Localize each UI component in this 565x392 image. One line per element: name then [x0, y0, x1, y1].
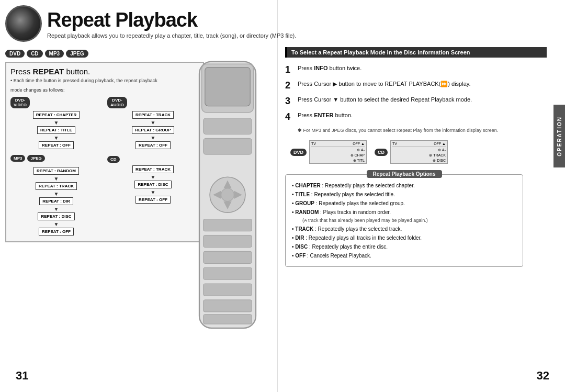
flow-arrow-6: ▼: [54, 192, 59, 197]
svg-rect-16: [204, 300, 252, 312]
option-random: • RANDOM : Plays tracks in random order.: [292, 209, 516, 216]
step-1-bold: INFO: [314, 65, 327, 71]
option-track: • TRACK : Repeatedly plays the selected …: [292, 226, 516, 232]
flow-dvd-audio: DVD-AUDIO REPEAT : TRACK ▼ REPEAT : GROU…: [107, 97, 199, 151]
step-num-1: 1: [285, 65, 293, 74]
dvd-screen-chap: ⊕ CHAP: [351, 153, 365, 158]
dvd-screen-row1-left: TV: [311, 142, 316, 145]
operation-label: OPERATION: [557, 116, 562, 156]
page-num-left: 31: [16, 369, 28, 383]
flow-cd: CD REPEAT : TRACK ▼ REPEAT : DISC ▼ REPE…: [107, 155, 199, 237]
option-group: • GROUP : Repeatedly plays the selected …: [292, 200, 516, 207]
svg-point-6: [221, 188, 234, 201]
svg-rect-17: [204, 315, 252, 324]
jpeg-label: JPEG: [27, 155, 44, 162]
flow-arrow-3: ▼: [151, 120, 156, 126]
option-off: • OFF : Cancels Repeat Playback.: [292, 252, 516, 259]
dvd-display-group: DVD TV OFF ▲ ⊕ A- ⊕ CHAP ⊕ TITL: [290, 140, 367, 164]
step-num-4: 4: [285, 112, 293, 121]
svg-rect-12: [204, 235, 252, 247]
svg-rect-15: [204, 284, 252, 296]
flow-item-title: REPEAT : TITLE: [37, 126, 75, 134]
flow-item-disc-mp3: REPEAT : DISC: [38, 212, 74, 220]
step-text-1: Press INFO button twice.: [298, 65, 547, 71]
svg-rect-4: [204, 138, 252, 154]
cd-screen-row1-left: TV: [392, 142, 397, 145]
step-3: 3 Press Cursor ▼ button to select the de…: [285, 96, 547, 106]
flow-item-track-cd: REPEAT : TRACK: [132, 165, 174, 173]
repeat-desc-2: mode changes as follows:: [10, 87, 199, 93]
remote-control: [186, 58, 272, 345]
flow-item-track-dvda: REPEAT : TRACK: [132, 111, 174, 119]
option-title: • TITLE : Repeatedly plays the selected …: [292, 191, 516, 198]
flow-arrow-5: ▼: [54, 176, 59, 182]
flow-item-off-cd: REPEAT : OFF: [135, 196, 171, 204]
flow-arrow-1: ▼: [54, 120, 59, 126]
badge-jpeg: JPEG: [66, 50, 88, 58]
mp3-label: MP3: [10, 155, 25, 162]
svg-rect-3: [204, 118, 252, 135]
flow-item-disc-cd: REPEAT : DISC: [134, 181, 171, 188]
page-divider: [277, 0, 278, 392]
dvd-screen-titl: ⊕ TITL: [353, 159, 365, 163]
option-disc: • DISC : Repeatedly plays the entire dis…: [292, 243, 516, 250]
flow-item-off-dvda: REPEAT : OFF: [135, 141, 171, 149]
svg-rect-14: [204, 267, 252, 279]
repeat-title: Press REPEAT button.: [10, 67, 199, 76]
dvd-screen-a-minus: ⊕ A-: [357, 148, 365, 152]
repeat-desc-1: • Each time the button is pressed during…: [10, 78, 199, 83]
option-random-note: (A track that has already been played ma…: [292, 218, 516, 224]
flow-item-dir: REPEAT : DIR: [39, 197, 73, 205]
dvd-display-badge: DVD: [290, 149, 307, 156]
flow-arrow-10: ▼: [151, 190, 156, 195]
flow-item-off-mp3: REPEAT : OFF: [39, 228, 74, 236]
flow-dvd-video: DVD-VIDEO REPEAT : CHAPTER ▼ REPEAT : TI…: [10, 97, 102, 151]
step-1: 1 Press INFO button twice.: [285, 65, 547, 74]
flow-item-chapter: REPEAT : CHAPTER: [33, 111, 80, 119]
svg-rect-11: [204, 219, 252, 231]
cd-display-badge: CD: [375, 149, 388, 156]
option-dir: • DIR : Repeatedly plays all tracks in t…: [292, 234, 516, 241]
flow-mp3-jpeg: MP3 JPEG REPEAT : RANDOM ▼ REPEAT : TRAC…: [10, 155, 102, 237]
flow-item-track-mp3: REPEAT : TRACK: [36, 182, 77, 190]
logo: [5, 5, 42, 42]
cd-screen-row1-right: OFF ▲: [434, 142, 446, 145]
option-chapter: • CHAPTER : Repeatedly plays the selecte…: [292, 182, 516, 189]
repeat-bold: REPEAT: [33, 67, 64, 76]
svg-rect-13: [204, 251, 252, 263]
dvd-video-label: DVD-VIDEO: [10, 97, 30, 108]
badge-cd: CD: [27, 50, 42, 58]
cd-screen-track: ⊕ TRACK: [429, 153, 446, 158]
repeat-box: Press REPEAT button. • Each time the but…: [5, 62, 204, 242]
cd-display-group: CD TV OFF ▲ ⊕ A- ⊕ TRACK ⊕ DISC: [375, 140, 448, 164]
cd-label: CD: [107, 156, 120, 163]
flow-item-off-dvd: REPEAT : OFF: [39, 141, 74, 149]
format-badges: DVD CD MP3 JPEG: [5, 50, 204, 58]
dvd-display-screen: TV OFF ▲ ⊕ A- ⊕ CHAP ⊕ TITL: [309, 140, 367, 164]
options-box: Repeat Playback Options • CHAPTER : Repe…: [285, 174, 523, 267]
flow-arrow-8: ▼: [54, 222, 59, 227]
operation-tab: OPERATION: [553, 105, 565, 167]
flow-arrow-9: ▼: [151, 175, 156, 180]
step-num-3: 3: [285, 96, 293, 106]
flow-arrow-4: ▼: [151, 136, 156, 141]
flow-item-group: REPEAT : GROUP: [132, 126, 174, 134]
step-note: For MP3 and JPEG discs, you cannot selec…: [298, 128, 547, 133]
dvd-audio-label: DVD-AUDIO: [107, 97, 127, 108]
step-text-2: Press Cursor ▶ button to move to REPEAT …: [298, 81, 547, 87]
section-header: To Select a Repeat Playback Mode in the …: [285, 47, 547, 58]
page-subtitle: Repeat playback allows you to repeatedly…: [47, 32, 296, 39]
badge-dvd: DVD: [5, 50, 25, 58]
options-list: • CHAPTER : Repeatedly plays the selecte…: [292, 180, 516, 259]
cd-screen-disc: ⊕ DISC: [433, 159, 446, 163]
page-num-right: 32: [537, 369, 549, 383]
svg-rect-2: [205, 68, 250, 106]
step-text-3: Press Cursor ▼ button to select the desi…: [298, 96, 547, 103]
flow-arrow-2: ▼: [54, 136, 59, 141]
flow-arrow-7: ▼: [54, 207, 59, 212]
options-box-title: Repeat Playback Options: [366, 170, 442, 178]
step-text-4: Press ENTER button.: [298, 112, 547, 118]
left-section: DVD CD MP3 JPEG Press REPEAT button. • E…: [5, 50, 204, 242]
step-4: 4 Press ENTER button.: [285, 112, 547, 121]
right-section: To Select a Repeat Playback Mode in the …: [285, 47, 547, 267]
